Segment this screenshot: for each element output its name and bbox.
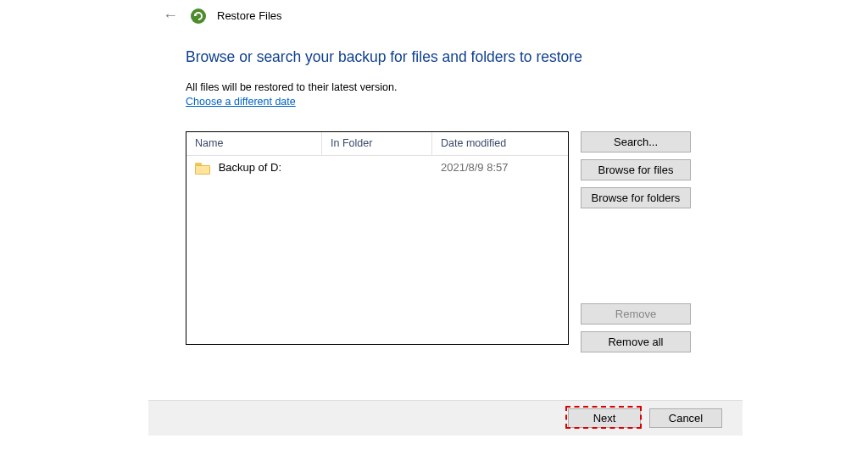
remove-all-button[interactable]: Remove all [581,331,691,352]
choose-different-date-link[interactable]: Choose a different date [186,96,296,108]
search-button[interactable]: Search... [581,131,691,153]
window-title: Restore Files [217,9,282,22]
item-name: Backup of D: [219,161,281,174]
page-heading: Browse or search your backup for files a… [186,48,868,66]
side-buttons: Search... Browse for files Browse for fo… [581,131,691,352]
footer-bar: Next Cancel [148,400,743,436]
back-arrow-icon[interactable]: ← [161,7,180,25]
column-name[interactable]: Name [186,132,322,155]
listview-header: Name In Folder Date modified [186,132,568,156]
column-date-modified[interactable]: Date modified [432,132,568,155]
restore-version-note: All files will be restored to their late… [186,81,868,93]
svg-point-0 [191,8,206,24]
restore-files-icon [190,8,207,25]
next-button[interactable]: Next [568,408,641,428]
files-listview[interactable]: Name In Folder Date modified Backup of D… [186,131,569,345]
cancel-button[interactable]: Cancel [649,408,722,428]
header-bar: ← Restore Files [0,0,868,28]
column-in-folder[interactable]: In Folder [322,132,432,155]
browse-files-button[interactable]: Browse for files [581,159,691,180]
remove-button: Remove [581,303,691,325]
browse-folders-button[interactable]: Browse for folders [581,187,691,208]
list-item[interactable]: Backup of D: 2021/8/9 8:57 [186,156,568,180]
folder-icon [195,163,210,175]
item-date-modified: 2021/8/9 8:57 [432,161,568,174]
